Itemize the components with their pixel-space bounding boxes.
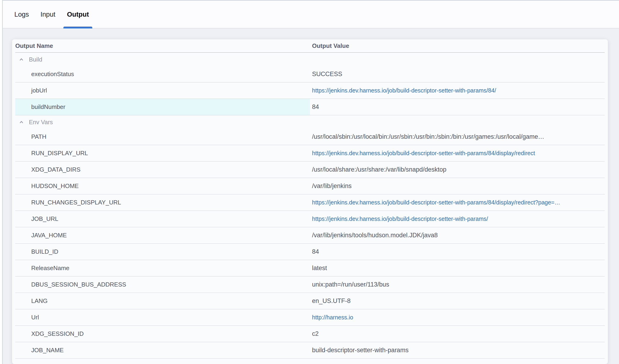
group-label: Build (29, 56, 42, 63)
output-name-cell: HUDSON_HOME (15, 178, 310, 194)
output-value-text: unix:path=/run/user/113/bus (312, 281, 389, 288)
table-row[interactable]: JAVA_HOME /var/lib/jenkins/tools/hudson.… (15, 227, 605, 244)
active-tab-underline (63, 27, 92, 28)
output-value-link[interactable]: https://jenkins.dev.harness.io/job/build… (312, 199, 560, 206)
tab-logs-label: Logs (14, 11, 29, 18)
output-value-text: 84 (312, 248, 319, 255)
output-value-text: SUCCESS (312, 70, 342, 78)
table-row[interactable]: HUDSON_HOME /var/lib/jenkins (15, 178, 605, 195)
output-value-cell: https://jenkins.dev.harness.io/job/build… (310, 145, 605, 161)
output-value-cell: https://jenkins.dev.harness.io/job/build… (310, 211, 605, 227)
tab-bar: Logs Input Output (3, 1, 619, 28)
output-value-cell: /usr/local/share:/usr/share:/var/lib/sna… (310, 162, 605, 178)
step-details-pane: Logs Input Output Output Name Output Val… (2, 0, 619, 364)
table-body: Build executionStatus SUCCESS jobUrl htt… (15, 53, 605, 359)
table-row[interactable]: RUN_CHANGES_DISPLAY_URL https://jenkins.… (15, 195, 605, 211)
output-name-cell: executionStatus (15, 66, 310, 82)
output-table-card: Output Name Output Value Build execution… (12, 39, 608, 364)
output-name-cell: ReleaseName (15, 260, 310, 276)
output-name-cell: JOB_URL (15, 211, 310, 227)
output-name-cell: PATH (15, 129, 310, 145)
table-row[interactable]: BUILD_ID 84 (15, 244, 605, 260)
output-value-cell: latest (310, 260, 605, 276)
output-value-cell: 84 (310, 244, 605, 260)
output-value-link[interactable]: https://jenkins.dev.harness.io/job/build… (312, 216, 488, 222)
tab-output-label: Output (67, 11, 89, 18)
output-value-cell: c2 (310, 326, 605, 342)
table-row[interactable]: XDG_DATA_DIRS /usr/local/share:/usr/shar… (15, 162, 605, 178)
table-row[interactable]: LANG en_US.UTF-8 (15, 293, 605, 309)
output-name-cell: XDG_SESSION_ID (15, 326, 310, 342)
output-value-cell: SUCCESS (310, 66, 605, 82)
output-value-cell: http://harness.io (310, 309, 605, 325)
output-name-cell: Url (15, 309, 310, 325)
table-header: Output Name Output Value (15, 39, 605, 53)
output-value-text: /var/lib/jenkins/tools/hudson.model.JDK/… (312, 232, 438, 239)
table-row[interactable]: PATH /usr/local/sbin:/usr/local/bin:/usr… (15, 129, 605, 145)
output-name-cell: XDG_DATA_DIRS (15, 162, 310, 178)
table-row[interactable]: buildNumber 84 (15, 99, 605, 115)
output-value-text: en_US.UTF-8 (312, 297, 351, 305)
output-name-cell: RUN_DISPLAY_URL (15, 145, 310, 161)
output-value-text: 84 (312, 103, 319, 111)
output-name-cell: BUILD_ID (15, 244, 310, 260)
table-row[interactable]: JOB_NAME build-descriptor-setter-with-pa… (15, 342, 605, 359)
output-name-cell: RUN_CHANGES_DISPLAY_URL (15, 195, 310, 210)
output-value-cell: build-descriptor-setter-with-params (310, 342, 605, 358)
output-name-cell: JAVA_HOME (15, 227, 310, 243)
output-name-cell: DBUS_SESSION_BUS_ADDRESS (15, 277, 310, 293)
output-name-cell: LANG (15, 293, 310, 309)
table-row[interactable]: executionStatus SUCCESS (15, 66, 605, 83)
output-name-cell: JOB_NAME (15, 342, 310, 358)
table-row[interactable]: jobUrl https://jenkins.dev.harness.io/jo… (15, 83, 605, 99)
output-value-text: c2 (312, 330, 319, 337)
tab-logs[interactable]: Logs (11, 1, 32, 28)
output-value-text: build-descriptor-setter-with-params (312, 347, 408, 354)
output-value-cell: https://jenkins.dev.harness.io/job/build… (310, 83, 605, 98)
chevron-up-icon (19, 57, 24, 62)
output-value-text: latest (312, 265, 327, 272)
output-value-text: /var/lib/jenkins (312, 182, 352, 190)
output-value-cell: en_US.UTF-8 (310, 293, 605, 309)
output-value-text: /usr/local/sbin:/usr/local/bin:/usr/sbin… (312, 133, 544, 140)
output-value-cell: https://jenkins.dev.harness.io/job/build… (310, 195, 605, 210)
column-header-output-value: Output Value (310, 42, 605, 49)
output-value-cell: /var/lib/jenkins/tools/hudson.model.JDK/… (310, 227, 605, 243)
output-tab-content: Output Name Output Value Build execution… (3, 28, 619, 364)
tab-input-label: Input (41, 11, 56, 18)
table-row[interactable]: RUN_DISPLAY_URL https://jenkins.dev.harn… (15, 145, 605, 162)
output-value-link[interactable]: https://jenkins.dev.harness.io/job/build… (312, 87, 496, 94)
output-value-cell: /var/lib/jenkins (310, 178, 605, 194)
table-row[interactable]: ReleaseName latest (15, 260, 605, 277)
table-row[interactable]: JOB_URL https://jenkins.dev.harness.io/j… (15, 211, 605, 227)
output-value-link[interactable]: https://jenkins.dev.harness.io/job/build… (312, 150, 535, 156)
table-row[interactable]: XDG_SESSION_ID c2 (15, 326, 605, 342)
group-row[interactable]: Env Vars (15, 115, 605, 129)
output-value-text: /usr/local/share:/usr/share:/var/lib/sna… (312, 166, 446, 173)
output-value-cell: 84 (310, 99, 605, 115)
group-label: Env Vars (29, 119, 53, 126)
output-value-cell: unix:path=/run/user/113/bus (310, 277, 605, 293)
output-value-link[interactable]: http://harness.io (312, 314, 353, 321)
table-row[interactable]: DBUS_SESSION_BUS_ADDRESS unix:path=/run/… (15, 277, 605, 293)
output-name-cell: buildNumber (15, 99, 310, 115)
table-row[interactable]: Url http://harness.io (15, 309, 605, 326)
output-value-cell: /usr/local/sbin:/usr/local/bin:/usr/sbin… (310, 129, 605, 145)
chevron-up-icon (19, 120, 24, 125)
tab-input[interactable]: Input (37, 1, 59, 28)
group-row[interactable]: Build (15, 53, 605, 66)
tab-output[interactable]: Output (63, 1, 92, 28)
column-header-output-name: Output Name (15, 42, 310, 49)
output-name-cell: jobUrl (15, 83, 310, 98)
